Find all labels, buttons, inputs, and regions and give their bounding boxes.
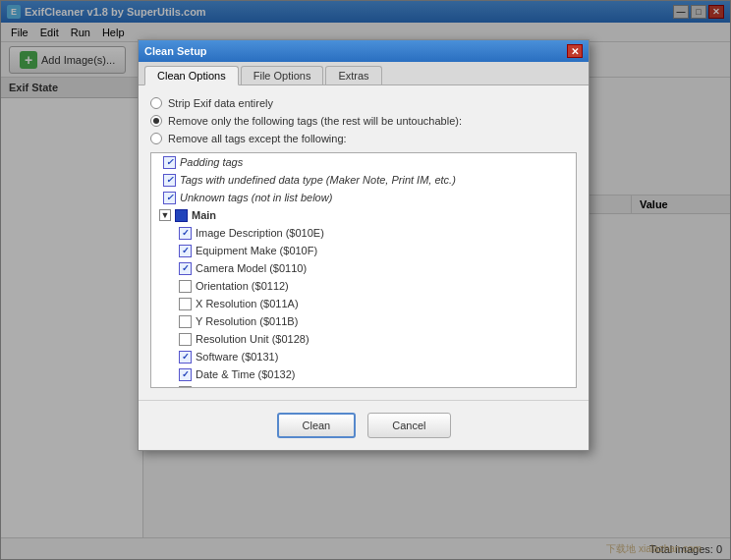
tree-item-artist[interactable]: Artist ($013B) <box>175 383 576 388</box>
radio-remove-following-label: Remove only the following tags (the rest… <box>168 115 462 127</box>
artist-label: Artist ($013B) <box>196 386 261 388</box>
datetime-label: Date & Time ($0132) <box>196 368 296 380</box>
cb-equip-make[interactable] <box>179 245 192 257</box>
unknown-tags-label: Unknown tags (not in list below) <box>180 192 332 203</box>
dialog-content: Strip Exif data entirely Remove only the… <box>139 85 589 400</box>
cb-img-desc[interactable] <box>179 227 192 240</box>
clean-button[interactable]: Clean <box>277 413 357 438</box>
cb-artist[interactable] <box>179 386 192 389</box>
tree-item-software[interactable]: Software ($0131) <box>175 348 576 365</box>
orientation-label: Orientation ($0112) <box>196 280 289 292</box>
radio-remove-following[interactable]: Remove only the following tags (the rest… <box>150 115 577 127</box>
cb-datetime[interactable] <box>179 368 192 381</box>
dialog-buttons: Clean Cancel <box>139 400 589 450</box>
clean-setup-dialog: Clean Setup ✕ Clean Options File Options… <box>138 39 590 451</box>
undefined-type-label: Tags with undefined data type (Maker Not… <box>180 174 456 186</box>
tree-item-equip-make[interactable]: Equipment Make ($010F) <box>175 242 576 259</box>
radio-remove-except-input[interactable] <box>150 133 162 144</box>
radio-group: Strip Exif data entirely Remove only the… <box>150 97 577 144</box>
tree-item-datetime[interactable]: Date & Time ($0132) <box>175 365 576 383</box>
y-res-label: Y Resolution ($011B) <box>196 315 298 327</box>
x-res-label: X Resolution ($011A) <box>196 298 299 309</box>
radio-remove-except-label: Remove all tags except the following: <box>168 133 347 144</box>
equip-make-label: Equipment Make ($010F) <box>196 245 317 256</box>
dialog-title-bar: Clean Setup ✕ <box>139 40 589 62</box>
tree-item-main-folder[interactable]: ▼ Main <box>155 206 576 224</box>
cb-orientation[interactable] <box>179 280 192 293</box>
cb-main-folder[interactable] <box>175 209 188 222</box>
cb-x-res[interactable] <box>179 298 192 310</box>
padding-tags-label: Padding tags <box>180 156 243 168</box>
dialog-close-button[interactable]: ✕ <box>567 44 583 58</box>
tree-item-padding-tags[interactable]: Padding tags <box>155 153 576 171</box>
tab-clean-options[interactable]: Clean Options <box>144 66 239 85</box>
cb-padding-tags[interactable] <box>163 156 176 169</box>
tree-item-unknown-tags[interactable]: Unknown tags (not in list below) <box>155 189 576 206</box>
tree-item-res-unit[interactable]: Resolution Unit ($0128) <box>175 330 576 348</box>
tree-item-x-res[interactable]: X Resolution ($011A) <box>175 295 576 312</box>
main-folder-collapse[interactable]: ▼ <box>159 209 171 221</box>
img-desc-label: Image Description ($010E) <box>196 227 324 239</box>
cb-res-unit[interactable] <box>179 333 192 346</box>
cb-undefined-type[interactable] <box>163 174 176 187</box>
radio-strip-exif-input[interactable] <box>150 97 162 109</box>
cb-y-res[interactable] <box>179 315 192 328</box>
radio-strip-exif[interactable]: Strip Exif data entirely <box>150 97 577 109</box>
main-folder-label: Main <box>192 209 216 221</box>
radio-remove-except[interactable]: Remove all tags except the following: <box>150 133 577 144</box>
tree-item-camera-model[interactable]: Camera Model ($0110) <box>175 259 576 277</box>
tree-item-img-desc[interactable]: Image Description ($010E) <box>175 224 576 242</box>
dialog-title: Clean Setup <box>144 45 207 57</box>
software-label: Software ($0131) <box>196 351 278 363</box>
tree-item-undefined-type[interactable]: Tags with undefined data type (Maker Not… <box>155 171 576 189</box>
modal-overlay: Clean Setup ✕ Clean Options File Options… <box>0 0 731 560</box>
tree-item-orientation[interactable]: Orientation ($0112) <box>175 277 576 295</box>
radio-strip-exif-label: Strip Exif data entirely <box>168 97 273 109</box>
tree-item-y-res[interactable]: Y Resolution ($011B) <box>175 312 576 330</box>
camera-model-label: Camera Model ($0110) <box>196 262 307 274</box>
tab-extras[interactable]: Extras <box>325 66 381 84</box>
radio-remove-following-input[interactable] <box>150 115 162 127</box>
res-unit-label: Resolution Unit ($0128) <box>196 333 309 345</box>
tab-file-options[interactable]: File Options <box>241 66 324 84</box>
cancel-button[interactable]: Cancel <box>367 413 450 438</box>
dialog-tabs: Clean Options File Options Extras <box>139 62 589 85</box>
tag-tree[interactable]: Padding tags Tags with undefined data ty… <box>150 152 577 388</box>
cb-software[interactable] <box>179 351 192 364</box>
cb-camera-model[interactable] <box>179 262 192 275</box>
cb-unknown-tags[interactable] <box>163 192 176 204</box>
